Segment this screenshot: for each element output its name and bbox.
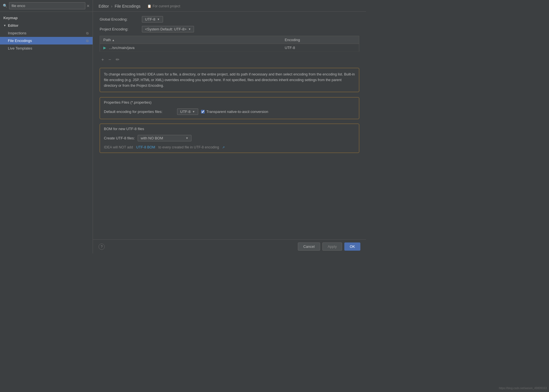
help-button[interactable]: ? bbox=[99, 244, 105, 250]
utf8-bom-link[interactable]: UTF-8 BOM bbox=[136, 145, 155, 149]
path-header: Path ▲ bbox=[100, 36, 282, 44]
bom-section: BOM for new UTF-8 files Create UTF-8 fil… bbox=[100, 124, 359, 153]
main-layout: 🔍 ✕ Keymap ▼ Editor Inspections ⧉ File E… bbox=[0, 0, 366, 253]
properties-section: Properties Files (*.properties) Default … bbox=[100, 97, 359, 119]
bottom-right: Cancel Apply OK bbox=[298, 242, 360, 251]
path-sort-icon: ▲ bbox=[112, 39, 115, 42]
folder-icon: ▶ bbox=[103, 46, 106, 50]
for-project-label: For current project bbox=[153, 4, 180, 8]
settings-body: Global Encoding: UTF-8 ▼ Project Encodin… bbox=[93, 12, 366, 239]
global-encoding-arrow-icon: ▼ bbox=[157, 18, 160, 21]
transparent-conversion-row: Transparent native-to-ascii conversion bbox=[201, 110, 268, 114]
project-encoding-value: <System Default: UTF-8> bbox=[145, 27, 186, 31]
bom-create-dropdown[interactable]: with NO BOM ▼ bbox=[138, 135, 191, 141]
transparent-conversion-label: Transparent native-to-ascii conversion bbox=[206, 110, 268, 114]
sidebar-item-file-encodings-label: File Encodings bbox=[8, 39, 32, 43]
file-table: Path ▲ Encoding ▶ .../src/main/java bbox=[100, 36, 359, 52]
sidebar-item-file-encodings[interactable]: File Encodings ⧉ bbox=[0, 37, 93, 44]
edit-path-button[interactable]: ✏ bbox=[115, 56, 120, 63]
breadcrumb-separator: › bbox=[111, 4, 113, 8]
table-actions: + − ✏ bbox=[100, 55, 359, 64]
search-bar: 🔍 ✕ bbox=[0, 0, 93, 12]
sidebar-editor-label: Editor bbox=[8, 23, 19, 28]
encoding-header: Encoding bbox=[281, 36, 359, 44]
properties-section-title: Properties Files (*.properties) bbox=[100, 97, 359, 106]
properties-encoding-arrow-icon: ▼ bbox=[192, 110, 195, 113]
sidebar-item-live-templates[interactable]: Live Templates bbox=[0, 44, 93, 52]
breadcrumb: Editor › File Encodings 📋 For current pr… bbox=[93, 0, 366, 12]
properties-encoding-dropdown[interactable]: UTF-8 ▼ bbox=[177, 108, 198, 115]
bottom-bar: ? Cancel Apply OK bbox=[93, 239, 366, 253]
breadcrumb-title: File Encodings bbox=[115, 4, 140, 8]
sidebar-content: Keymap ▼ Editor Inspections ⧉ File Encod… bbox=[0, 12, 93, 54]
table-row-path: ▶ .../src/main/java bbox=[100, 44, 282, 52]
transparent-conversion-checkbox[interactable] bbox=[201, 110, 205, 113]
project-encoding-label: Project Encoding: bbox=[100, 27, 139, 31]
search-input[interactable] bbox=[9, 2, 85, 9]
create-utf-row: Create UTF-8 files: with NO BOM ▼ bbox=[100, 133, 359, 144]
global-encoding-label: Global Encoding: bbox=[100, 17, 139, 21]
sidebar: 🔍 ✕ Keymap ▼ Editor Inspections ⧉ File E… bbox=[0, 0, 93, 253]
breadcrumb-editor: Editor bbox=[99, 4, 109, 8]
for-project: 📋 For current project bbox=[147, 4, 180, 8]
for-project-icon: 📋 bbox=[147, 4, 151, 8]
properties-encoding-label: Default encoding for properties files: bbox=[104, 110, 174, 114]
properties-section-body: Default encoding for properties files: U… bbox=[100, 106, 359, 119]
sidebar-keymap[interactable]: Keymap bbox=[0, 14, 93, 22]
apply-button[interactable]: Apply bbox=[322, 242, 342, 251]
search-icon: 🔍 bbox=[3, 4, 7, 8]
project-encoding-dropdown-arrow-icon: ▼ bbox=[188, 28, 191, 31]
ok-button[interactable]: OK bbox=[344, 242, 360, 251]
global-encoding-row: Global Encoding: UTF-8 ▼ bbox=[100, 16, 359, 23]
bom-dropdown-arrow-icon: ▼ bbox=[186, 137, 188, 140]
copy-icon-file-encodings: ⧉ bbox=[86, 39, 89, 43]
bom-section-title: BOM for new UTF-8 files bbox=[100, 124, 359, 133]
remove-path-button[interactable]: − bbox=[107, 56, 112, 63]
cancel-button[interactable]: Cancel bbox=[298, 242, 320, 251]
info-text: To change encoding IntelliJ IDEA uses fo… bbox=[104, 72, 355, 88]
clear-icon[interactable]: ✕ bbox=[86, 4, 90, 8]
create-utf-label: Create UTF-8 files: bbox=[104, 136, 135, 140]
global-encoding-value: UTF-8 bbox=[145, 17, 155, 21]
main-content: Editor › File Encodings 📋 For current pr… bbox=[93, 0, 366, 239]
copy-icon-inspections: ⧉ bbox=[86, 31, 89, 35]
idea-note: IDEA will NOT add UTF-8 BOM to every cre… bbox=[100, 144, 359, 153]
sidebar-item-live-templates-label: Live Templates bbox=[8, 46, 32, 50]
sidebar-item-inspections-label: Inspections bbox=[8, 31, 26, 35]
bottom-left: ? bbox=[99, 244, 105, 250]
add-path-button[interactable]: + bbox=[100, 56, 105, 63]
project-encoding-dropdown[interactable]: <System Default: UTF-8> ▼ bbox=[142, 26, 194, 32]
table-row-encoding: UTF-8 bbox=[281, 44, 359, 52]
info-box: To change encoding IntelliJ IDEA uses fo… bbox=[100, 68, 359, 92]
idea-note-suffix: to every created file in UTF-8 encoding bbox=[159, 145, 219, 149]
global-encoding-dropdown[interactable]: UTF-8 ▼ bbox=[142, 16, 163, 23]
note-arrow-icon: ↗ bbox=[222, 146, 225, 149]
editor-arrow-icon: ▼ bbox=[3, 24, 6, 27]
table-row[interactable]: ▶ .../src/main/java UTF-8 bbox=[100, 44, 359, 52]
bom-create-value: with NO BOM bbox=[141, 136, 163, 140]
sidebar-keymap-label: Keymap bbox=[3, 16, 18, 20]
sidebar-item-inspections[interactable]: Inspections ⧉ bbox=[0, 29, 93, 37]
properties-encoding-row: Default encoding for properties files: U… bbox=[104, 108, 355, 115]
idea-note-prefix: IDEA will NOT add bbox=[104, 145, 133, 149]
sidebar-editor[interactable]: ▼ Editor bbox=[0, 22, 93, 29]
properties-encoding-value: UTF-8 bbox=[180, 110, 191, 114]
project-encoding-row: Project Encoding: <System Default: UTF-8… bbox=[100, 26, 359, 32]
